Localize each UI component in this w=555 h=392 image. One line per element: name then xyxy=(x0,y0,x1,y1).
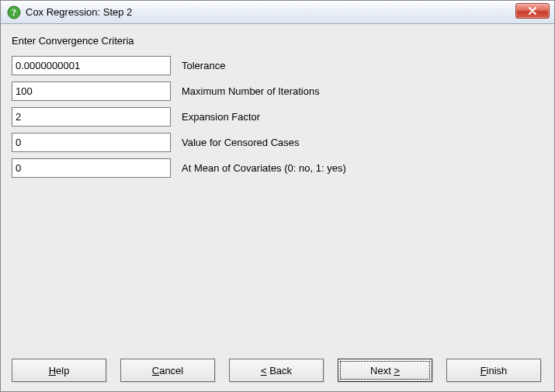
tolerance-input[interactable] xyxy=(12,56,171,75)
help-icon: ? xyxy=(7,5,21,19)
btn-text: < Back xyxy=(261,365,292,376)
close-icon xyxy=(528,7,537,15)
atmean-label: At Mean of Covariates (0: no, 1: yes) xyxy=(182,162,346,174)
title-bar: ? Cox Regression: Step 2 xyxy=(1,1,554,24)
close-button[interactable] xyxy=(515,3,550,19)
btn-text: Next > xyxy=(370,365,400,376)
btn-text: Finish xyxy=(480,365,508,376)
svg-text:?: ? xyxy=(12,7,16,18)
help-button[interactable]: Help xyxy=(12,359,106,382)
field-row-iterations: Maximum Number of Iterations xyxy=(12,82,543,101)
expansion-label: Expansion Factor xyxy=(182,111,260,123)
cancel-button[interactable]: Cancel xyxy=(120,359,215,382)
iterations-input[interactable] xyxy=(12,82,171,101)
back-button[interactable]: < Back xyxy=(229,359,324,382)
button-bar: Help Cancel < Back Next > Finish xyxy=(12,352,543,382)
btn-text: Cancel xyxy=(152,365,183,376)
window-title: Cox Regression: Step 2 xyxy=(26,6,132,18)
tolerance-label: Tolerance xyxy=(182,60,225,71)
atmean-input[interactable] xyxy=(12,158,171,178)
client-area: Enter Convergence Criteria Tolerance Max… xyxy=(1,24,554,391)
field-row-atmean: At Mean of Covariates (0: no, 1: yes) xyxy=(12,158,543,178)
next-button[interactable]: Next > xyxy=(338,359,432,382)
expansion-input[interactable] xyxy=(12,107,171,127)
form: Tolerance Maximum Number of Iterations E… xyxy=(12,56,543,352)
instruction-text: Enter Convergence Criteria xyxy=(12,35,543,47)
field-row-censored: Value for Censored Cases xyxy=(12,133,543,152)
dialog-window: ? Cox Regression: Step 2 Enter Convergen… xyxy=(0,0,555,392)
field-row-expansion: Expansion Factor xyxy=(12,107,543,127)
finish-button[interactable]: Finish xyxy=(446,359,541,382)
field-row-tolerance: Tolerance xyxy=(12,56,543,75)
censored-input[interactable] xyxy=(12,133,171,152)
iterations-label: Maximum Number of Iterations xyxy=(182,85,320,97)
btn-text: Help xyxy=(49,365,70,376)
censored-label: Value for Censored Cases xyxy=(182,137,300,148)
